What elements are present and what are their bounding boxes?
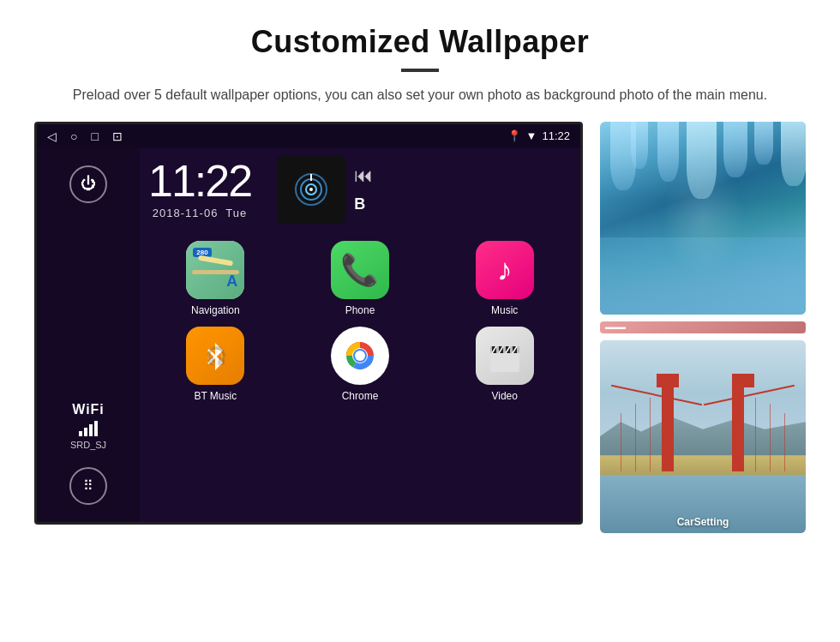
wifi-bars (70, 421, 106, 436)
app-navigation[interactable]: 280 A Navigation (148, 241, 283, 316)
page-header: Customized Wallpaper Preload over 5 defa… (0, 0, 840, 122)
media-player-box (277, 155, 345, 224)
wifi-bar-4 (94, 421, 98, 436)
clock-block: 11:22 2018-11-06 Tue (148, 159, 251, 219)
wallpaper-ice-cave (600, 122, 806, 315)
chrome-logo (338, 333, 382, 378)
android-screen: ◁ ○ □ ⊡ 📍 ▼ 11:22 ⏻ WiFi (34, 122, 583, 525)
wifi-ssid: SRD_SJ (70, 440, 106, 450)
wallpaper-panel: ▬▬▬ (600, 122, 806, 533)
map-inner: 280 A (186, 241, 244, 299)
wallpaper-thumb-separator: ▬▬▬ (600, 321, 806, 333)
screenshot-icon[interactable]: ⊡ (112, 129, 123, 143)
main-area: 11:22 2018-11-06 Tue (140, 148, 580, 522)
location-icon: 📍 (507, 129, 521, 142)
bluetooth-symbol: 🎧 (199, 339, 231, 372)
phone-icon: 📞 (331, 241, 389, 299)
nav-icons: ◁ ○ □ ⊡ (47, 129, 123, 143)
left-sidebar: ⏻ WiFi SRD_SJ ⠿ (37, 148, 140, 522)
status-time: 11:22 (542, 129, 570, 142)
app-video[interactable]: Video (437, 327, 572, 402)
status-bar: ◁ ○ □ ⊡ 📍 ▼ 11:22 (37, 124, 580, 148)
svg-text:🎧: 🎧 (206, 345, 227, 366)
svg-point-3 (309, 188, 313, 191)
page-title: Customized Wallpaper (51, 24, 789, 60)
btmusic-label: BT Music (194, 390, 237, 402)
chrome-label: Chrome (342, 390, 379, 402)
svg-point-15 (355, 351, 365, 361)
wifi-icon: ▼ (526, 129, 537, 142)
media-icons: ⏮ B (277, 155, 373, 224)
app-btmusic[interactable]: 🎧 BT Music (148, 327, 283, 402)
phone-label: Phone (345, 304, 375, 316)
home-icon[interactable]: ○ (70, 129, 77, 143)
svg-rect-16 (490, 351, 519, 372)
recents-icon[interactable]: □ (91, 129, 98, 143)
power-button[interactable]: ⏻ (69, 165, 107, 203)
ice-cave-image (600, 122, 806, 315)
btmusic-icon: 🎧 (186, 327, 244, 385)
back-icon[interactable]: ◁ (47, 129, 57, 143)
wifi-block: WiFi SRD_SJ (70, 402, 106, 450)
clock-date: 2018-11-06 Tue (148, 207, 251, 219)
carsetting-label: CarSetting (677, 516, 729, 528)
apps-grid: 280 A Navigation (148, 237, 572, 405)
next-letter-icon[interactable]: B (354, 195, 373, 213)
title-divider (401, 69, 439, 72)
page-description: Preload over 5 default wallpaper options… (51, 84, 789, 106)
video-icon (476, 327, 534, 385)
app-phone[interactable]: 📞 Phone (293, 241, 428, 316)
page-container: Customized Wallpaper Preload over 5 defa… (0, 0, 840, 533)
app-music[interactable]: ♪ Music (437, 241, 572, 316)
main-content: ◁ ○ □ ⊡ 📍 ▼ 11:22 ⏻ WiFi (0, 122, 840, 533)
clapperboard-icon (485, 336, 525, 375)
navigation-label: Navigation (191, 304, 240, 316)
music-icon: ♪ (476, 241, 534, 299)
video-label: Video (491, 390, 517, 402)
antenna-icon (292, 171, 330, 208)
prev-track-icon[interactable]: ⏮ (354, 165, 373, 187)
screen-body: ⏻ WiFi SRD_SJ ⠿ (37, 148, 580, 522)
media-controls: ⏮ B (354, 165, 373, 213)
chrome-icon (331, 327, 389, 385)
wallpaper-bridge: CarSetting (600, 340, 806, 533)
bridge-image: CarSetting (600, 340, 806, 533)
top-row: 11:22 2018-11-06 Tue (148, 155, 572, 224)
wifi-bar-1 (79, 431, 82, 436)
app-chrome[interactable]: Chrome (293, 327, 428, 402)
wifi-label: WiFi (70, 402, 106, 417)
wifi-bar-3 (89, 424, 93, 436)
status-right: 📍 ▼ 11:22 (507, 129, 570, 142)
music-label: Music (491, 304, 518, 316)
clock-time: 11:22 (148, 159, 251, 203)
navigation-icon: 280 A (186, 241, 244, 299)
wifi-bar-2 (84, 428, 87, 436)
apps-drawer-button[interactable]: ⠿ (69, 467, 107, 505)
